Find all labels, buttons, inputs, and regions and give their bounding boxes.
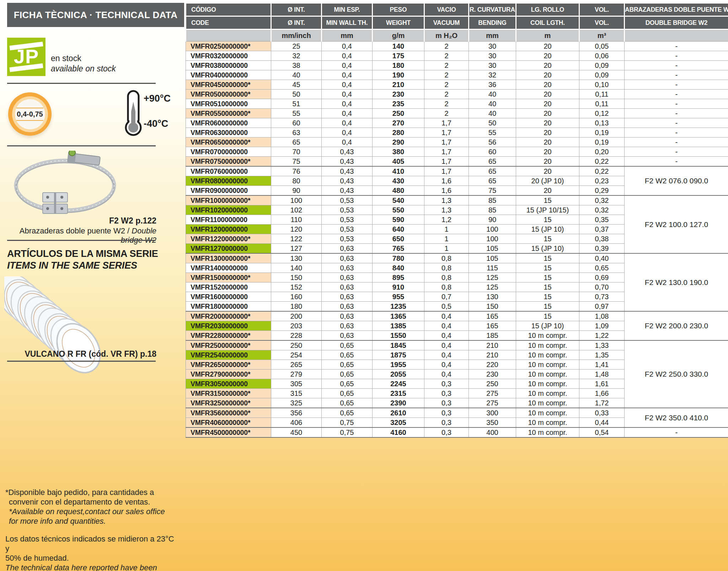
vacuum-cell: 0,5 <box>424 302 469 312</box>
vacuum-cell: 1,7 <box>424 157 469 167</box>
weight-cell: 190 <box>373 70 424 80</box>
product-code-cell: VMFR2500000000* <box>186 340 271 350</box>
volume-cell: 0,13 <box>579 118 625 128</box>
temp-max-label: +90°C <box>144 93 171 104</box>
vacuum-cell: 1,7 <box>424 166 469 176</box>
min-wall-cell: 0,75 <box>322 418 373 428</box>
datasheet-page: FICHA TÈCNICA · TECHNICAL DATA JP en sto… <box>0 0 728 571</box>
bending-radius-cell: 75 <box>469 186 516 196</box>
bending-radius-cell: 115 <box>469 263 516 273</box>
divider <box>7 145 156 146</box>
clamp-bridge-cell: - <box>625 80 728 90</box>
table-row: VMFR0400000000400,4190232200,09- <box>186 70 728 80</box>
vacuum-cell: 0,8 <box>424 282 469 292</box>
unit-cell: g/m <box>373 29 424 42</box>
vacuum-cell: 1,6 <box>424 176 469 186</box>
min-wall-cell: 0,4 <box>322 109 373 118</box>
clamp-bridge-cell: - <box>625 70 728 80</box>
footnote-line: Los datos técnicos indicados se midieron… <box>5 534 176 553</box>
product-code-cell: VMFR1200000000 <box>186 225 271 234</box>
product-code-cell: VMFR0900000000 <box>186 186 271 196</box>
unit-cell <box>625 29 728 42</box>
bending-radius-cell: 165 <box>469 311 516 321</box>
volume-cell: 1,33 <box>579 340 625 350</box>
product-code-cell: VMFR4060000000* <box>186 418 271 428</box>
inner-diameter-cell: 203 <box>271 321 322 331</box>
min-wall-cell: 0,43 <box>322 176 373 186</box>
header-row-en: CODE Ø INT. MIN WALL TH. WEIGHT VACUUM B… <box>186 16 728 29</box>
product-code-cell: VMFR0450000000* <box>186 80 271 90</box>
column-header: MIN WALL TH. <box>322 16 373 29</box>
weight-cell: 895 <box>373 273 424 282</box>
coil-length-cell: 15 (JP 10/15) <box>516 205 579 215</box>
coil-length-cell: 20 <box>516 99 579 109</box>
unit-cell: m H₂O <box>424 29 469 42</box>
coil-length-cell: 20 <box>516 128 579 138</box>
weight-cell: 405 <box>373 157 424 167</box>
coil-length-cell: 20 <box>516 42 579 51</box>
vacuum-cell: 1,2 <box>424 215 469 225</box>
inner-diameter-cell: 127 <box>271 244 322 254</box>
volume-cell: 0,97 <box>579 302 625 312</box>
inner-diameter-cell: 51 <box>271 99 322 109</box>
series-heading-es: ARTÍCULOS DE LA MISMA SERIE <box>7 248 158 259</box>
volume-cell: 0,06 <box>579 51 625 61</box>
table-row: VMFR0650000000*650,42901,756200,19- <box>186 138 728 147</box>
inner-diameter-cell: 150 <box>271 273 322 282</box>
volume-cell: 0,33 <box>579 408 625 418</box>
weight-cell: 4160 <box>373 427 424 437</box>
weight-cell: 2610 <box>373 408 424 418</box>
units-row: mm/inch mm g/m m H₂O mm m m³ <box>186 29 728 42</box>
clamp-bridge-cell: F2 W2 250.0 330.0 <box>625 340 728 408</box>
bending-radius-cell: 125 <box>469 273 516 282</box>
min-wall-cell: 0,4 <box>322 80 373 90</box>
coil-length-cell: 20 <box>516 118 579 128</box>
weight-cell: 550 <box>373 205 424 215</box>
volume-cell: 0,22 <box>579 157 625 167</box>
volume-cell: 0,11 <box>579 90 625 99</box>
product-code-cell: VMFR1600000000 <box>186 292 271 302</box>
volume-cell: 0,70 <box>579 282 625 292</box>
bending-radius-cell: 100 <box>469 225 516 234</box>
vacuum-cell: 2 <box>424 99 469 109</box>
coil-length-cell: 15 <box>516 253 579 263</box>
stock-note-en: available on stock <box>51 64 116 74</box>
column-header: PESO <box>373 3 424 16</box>
footnote-line: convenir con el departamento de ventas. <box>5 497 176 507</box>
min-wall-cell: 0,65 <box>322 350 373 360</box>
table-row: VMFR0600000000600,42701,750200,13- <box>186 118 728 128</box>
clamp-bridge-cell: - <box>625 61 728 70</box>
weight-cell: 955 <box>373 292 424 302</box>
table-row: VMFR2500000000*2500,6518450,421010 m com… <box>186 340 728 350</box>
weight-cell: 280 <box>373 128 424 138</box>
weight-cell: 410 <box>373 166 424 176</box>
temp-min-label: -40°C <box>144 118 168 129</box>
inner-diameter-cell: 75 <box>271 157 322 167</box>
column-header: WEIGHT <box>373 16 424 29</box>
coil-length-cell: 10 m compr. <box>516 370 579 379</box>
product-code-cell: VMFR0320000000 <box>186 51 271 61</box>
min-wall-cell: 0,63 <box>322 253 373 263</box>
coil-length-cell: 15 <box>516 282 579 292</box>
table-row: VMFR0500000000*500,4230240200,11- <box>186 90 728 99</box>
weight-cell: 235 <box>373 99 424 109</box>
clamp-bridge-cell: - <box>625 118 728 128</box>
volume-cell: 0,32 <box>579 205 625 215</box>
weight-cell: 910 <box>373 282 424 292</box>
min-wall-cell: 0,65 <box>322 340 373 350</box>
unit-cell: mm/inch <box>271 29 322 42</box>
min-wall-cell: 0,75 <box>322 427 373 437</box>
coil-length-cell: 20 <box>516 186 579 196</box>
bending-radius-cell: 210 <box>469 340 516 350</box>
bending-radius-cell: 90 <box>469 215 516 225</box>
product-code-cell: VMFR0250000000* <box>186 42 271 51</box>
inner-diameter-cell: 122 <box>271 234 322 244</box>
coil-length-cell: 20 <box>516 109 579 118</box>
inner-diameter-cell: 152 <box>271 282 322 292</box>
vacuum-cell: 1,7 <box>424 128 469 138</box>
bending-radius-cell: 220 <box>469 360 516 370</box>
volume-cell: 1,41 <box>579 360 625 370</box>
bending-radius-cell: 105 <box>469 244 516 254</box>
coil-length-cell: 20 <box>516 138 579 147</box>
volume-cell: 1,61 <box>579 379 625 389</box>
